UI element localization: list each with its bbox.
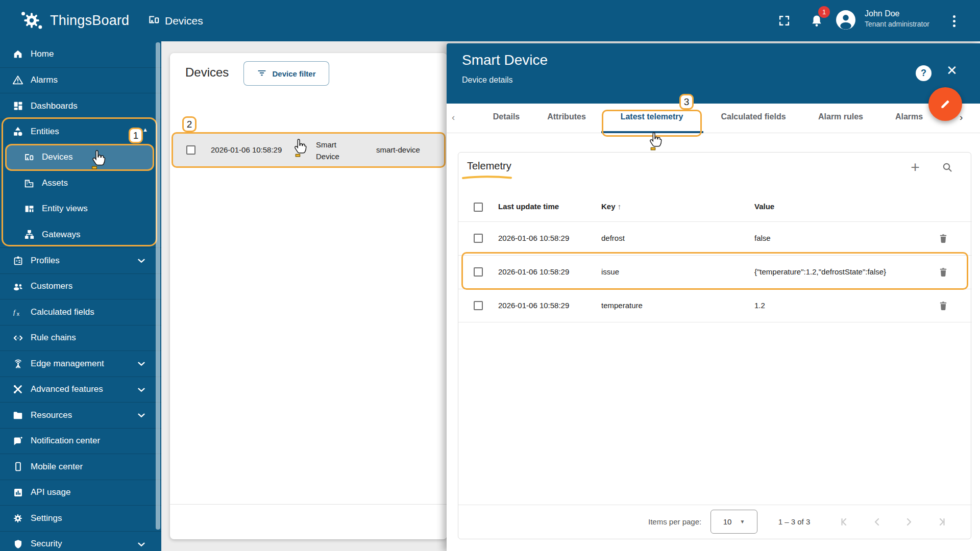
sidebar-item-calculated-fields[interactable]: f x Calculated fields [0, 299, 161, 325]
cell-created-time: 2026-01-06 10:58:29 [211, 145, 282, 154]
delete-icon[interactable] [937, 232, 950, 245]
telemetry-table-header: Last update time Key ↑ Value [458, 188, 972, 221]
sidebar-item-api-usage[interactable]: API usage [0, 480, 161, 506]
edit-fab-button[interactable] [928, 87, 962, 121]
next-page-button[interactable] [900, 513, 917, 531]
device-row-smart-device[interactable]: 2026-01-06 10:58:29 Smart Device smart-d… [172, 132, 446, 168]
sidebar-item-advanced-features[interactable]: Advanced features [0, 377, 161, 403]
tab-calculated-fields[interactable]: Calculated fields [721, 112, 786, 121]
device-details-panel: Smart Device Device details ? ✕ ‹ Detail… [447, 43, 980, 551]
row-checkbox[interactable] [474, 301, 483, 310]
sidebar-item-entity-views[interactable]: Entity views [0, 196, 161, 222]
cell-value: 1.2 [754, 301, 765, 310]
folder-icon [12, 409, 24, 421]
sidebar-item-devices[interactable]: Devices [0, 144, 161, 170]
sidebar-item-resources[interactable]: Resources [0, 402, 161, 428]
column-key[interactable]: Key ↑ [601, 202, 621, 211]
entities-icon [12, 126, 24, 138]
column-value[interactable]: Value [754, 202, 774, 211]
svg-text:f: f [13, 309, 16, 316]
delete-icon[interactable] [937, 299, 950, 313]
customers-icon [12, 280, 24, 292]
cell-device-name: Smart Device [316, 139, 350, 163]
row-checkbox[interactable] [474, 234, 483, 243]
thingsboard-gear-icon [19, 7, 44, 34]
previous-page-button[interactable] [869, 513, 886, 531]
antenna-icon [12, 358, 24, 370]
devices-card-title: Devices [185, 65, 229, 80]
assets-icon [23, 177, 35, 189]
sidebar-item-rule-chains[interactable]: Rule chains [0, 325, 161, 351]
avatar[interactable] [836, 10, 855, 30]
sidebar-item-profiles[interactable]: Profiles [0, 247, 161, 273]
sidebar-item-customers[interactable]: Customers [0, 273, 161, 299]
device-details-header: Smart Device Device details ? ✕ [447, 43, 980, 104]
devices-table-card: Devices Device filter Created time ↓ Nam… [170, 53, 447, 539]
sidebar-item-gateways[interactable]: Gateways [0, 222, 161, 248]
devices-icon [23, 151, 35, 163]
telemetry-row-defrost[interactable]: 2026-01-06 10:58:29 defrost false [458, 221, 972, 255]
cell-value: false [754, 234, 771, 242]
column-last-update-time[interactable]: Last update time [498, 202, 559, 211]
telemetry-row-issue[interactable]: 2026-01-06 10:58:29 issue {"temperature"… [458, 255, 972, 289]
sidebar-item-notification-center[interactable]: Notification center [0, 428, 161, 454]
sidebar-item-edge-management[interactable]: Edge management [0, 350, 161, 377]
app-header: ThingsBoard Devices 1 John Doe Ten [0, 0, 980, 41]
active-tab-underline [601, 131, 703, 133]
tabs-back-chevron[interactable]: ‹ [452, 112, 455, 123]
sidebar-item-dashboards[interactable]: Dashboards [0, 93, 161, 119]
row-checkbox[interactable] [474, 267, 483, 277]
more-menu-icon[interactable] [948, 12, 960, 30]
last-page-button[interactable] [932, 513, 949, 531]
annotation-step-2: 2 [182, 116, 197, 132]
tools-icon [12, 383, 24, 395]
cell-time: 2026-01-06 10:58:29 [498, 234, 569, 242]
tab-alarm-rules[interactable]: Alarm rules [818, 112, 863, 121]
sidebar-item-security[interactable]: Security [0, 531, 161, 551]
sidebar-item-mobile-center[interactable]: Mobile center [0, 454, 161, 480]
sidebar-item-home[interactable]: Home [0, 41, 161, 67]
close-icon[interactable]: ✕ [946, 64, 958, 77]
sidebar-item-assets[interactable]: Assets [0, 170, 161, 196]
select-all-checkbox[interactable] [474, 203, 483, 212]
chevron-down-icon [136, 539, 147, 550]
tab-latest-telemetry[interactable]: Latest telemetry [621, 112, 683, 121]
shield-icon [12, 538, 24, 550]
chevron-up-icon: ▲ [142, 127, 148, 133]
sidebar-item-settings[interactable]: Settings [0, 505, 161, 531]
add-telemetry-button[interactable]: + [908, 160, 923, 175]
annotation-step-3: 3 [679, 94, 694, 110]
profiles-badge-icon [12, 255, 24, 267]
home-icon [12, 48, 24, 60]
items-per-page-select[interactable]: 10 ▼ [710, 510, 757, 534]
tab-attributes[interactable]: Attributes [547, 112, 586, 121]
help-icon[interactable]: ? [916, 65, 932, 81]
telemetry-row-temperature[interactable]: 2026-01-06 10:58:29 temperature 1.2 [458, 289, 972, 322]
first-page-button[interactable] [837, 513, 854, 531]
tab-details[interactable]: Details [493, 112, 520, 121]
row-checkbox[interactable] [186, 145, 195, 155]
sidebar-scrollbar[interactable] [156, 42, 160, 530]
cell-device-profile: smart-device [376, 145, 420, 154]
page-title: Devices [165, 15, 203, 27]
tabs-forward-chevron[interactable]: › [960, 112, 963, 123]
device-details-title: Smart Device [462, 52, 548, 68]
tab-alarms[interactable]: Alarms [895, 112, 923, 121]
search-icon[interactable] [940, 160, 955, 175]
rule-chains-icon [12, 332, 24, 344]
sidebar-item-alarms[interactable]: Alarms [0, 67, 161, 93]
alarm-warning-icon [12, 74, 24, 86]
device-filter-button[interactable]: Device filter [243, 61, 329, 86]
telemetry-pagination: Items per page: 10 ▼ 1 – 3 of 3 [458, 505, 972, 539]
delete-icon[interactable] [937, 266, 950, 279]
thingsboard-logo[interactable]: ThingsBoard [19, 7, 129, 34]
notifications-button[interactable]: 1 [808, 9, 830, 32]
device-details-subtitle: Device details [462, 76, 513, 85]
sidebar: Home Alarms Dashboards Entities [0, 41, 161, 551]
chart-icon [12, 486, 24, 498]
cell-key: issue [601, 267, 619, 276]
function-icon: f x [12, 306, 24, 318]
entity-views-icon [23, 203, 35, 215]
fullscreen-icon[interactable] [778, 14, 791, 29]
user-role: Tenant administrator [865, 19, 929, 29]
